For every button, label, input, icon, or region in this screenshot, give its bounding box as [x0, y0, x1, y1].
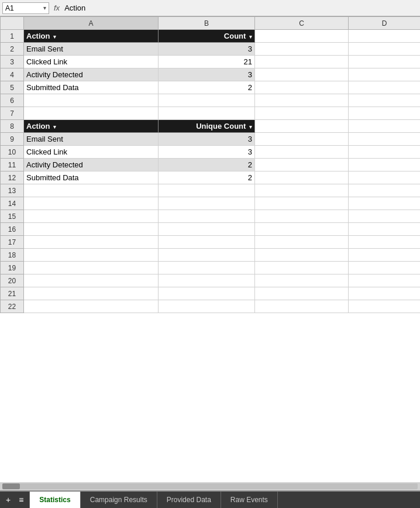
cell-a11[interactable]: Activity Detected — [24, 159, 159, 171]
table-row: 11 Activity Detected 2 — [1, 159, 421, 171]
cell-reference-box[interactable]: A1 ▾ — [2, 2, 49, 14]
table-row: 5 Submitted Data 2 — [1, 81, 421, 94]
cell-c7[interactable] — [255, 107, 349, 120]
table-row: 21 — [1, 287, 421, 300]
formula-value: Action — [64, 4, 418, 12]
table-row: 17 — [1, 236, 421, 249]
tab-statistics[interactable]: Statistics — [30, 492, 80, 508]
formula-fx-icon: fx — [51, 4, 62, 12]
cell-b2[interactable]: 3 — [159, 43, 255, 56]
table-row: 18 — [1, 249, 421, 262]
dropdown-arrow-icon[interactable]: ▾ — [249, 124, 252, 130]
cell-c8[interactable] — [255, 120, 349, 133]
cell-a9[interactable]: Email Sent — [24, 133, 159, 146]
cell-b11[interactable]: 2 — [159, 159, 255, 171]
cell-a3[interactable]: Clicked Link — [24, 56, 159, 68]
add-sheet-button[interactable]: + — [4, 494, 13, 506]
scroll-track[interactable] — [2, 483, 418, 489]
cell-c4[interactable] — [255, 68, 349, 81]
table-row: 1 Action ▾ Count ▾ — [1, 30, 421, 43]
cell-d7[interactable] — [349, 107, 421, 120]
cell-b3[interactable]: 21 — [159, 56, 255, 68]
spreadsheet-area: A B C D 1 Action ▾ Count ▾ — [0, 16, 420, 482]
row-num-8: 8 — [1, 120, 24, 133]
col-header-c[interactable]: C — [255, 17, 349, 30]
table1-count-header: Count ▾ — [159, 30, 255, 43]
table-row: 6 — [1, 94, 421, 107]
cell-d5[interactable] — [349, 81, 421, 94]
cell-d4[interactable] — [349, 68, 421, 81]
cell-a10[interactable]: Clicked Link — [24, 146, 159, 159]
table-row: 22 — [1, 300, 421, 313]
col-header-d[interactable]: D — [349, 17, 421, 30]
cell-b10[interactable]: 3 — [159, 146, 255, 159]
cell-c3[interactable] — [255, 56, 349, 68]
table-row: 7 — [1, 107, 421, 120]
tab-provided-data[interactable]: Provided Data — [157, 492, 221, 508]
row-num-9: 9 — [1, 133, 24, 146]
tab-campaign-results[interactable]: Campaign Results — [81, 492, 157, 508]
row-num-4: 4 — [1, 68, 24, 81]
col-header-a[interactable]: A — [24, 17, 159, 30]
cell-b9[interactable]: 3 — [159, 133, 255, 146]
dropdown-arrow-icon[interactable]: ▾ — [249, 34, 252, 40]
cell-b12[interactable]: 2 — [159, 171, 255, 184]
row-num-2: 2 — [1, 43, 24, 56]
formula-bar: A1 ▾ fx Action — [0, 0, 420, 16]
cell-d11[interactable] — [349, 159, 421, 171]
table2-action-header: Action ▾ — [24, 120, 159, 133]
cell-b5[interactable]: 2 — [159, 81, 255, 94]
table-row: 14 — [1, 197, 421, 210]
cell-d10[interactable] — [349, 146, 421, 159]
cell-d9[interactable] — [349, 133, 421, 146]
row-num-6: 6 — [1, 94, 24, 107]
corner-header — [1, 17, 24, 30]
cell-d3[interactable] — [349, 56, 421, 68]
table-row: 16 — [1, 223, 421, 236]
cell-d8[interactable] — [349, 120, 421, 133]
cell-d6[interactable] — [349, 94, 421, 107]
horizontal-scrollbar[interactable] — [0, 482, 420, 490]
table-row: 20 — [1, 274, 421, 287]
cell-d1[interactable] — [349, 30, 421, 43]
tab-controls: + ≡ — [0, 492, 30, 508]
cell-d2[interactable] — [349, 43, 421, 56]
col-header-b[interactable]: B — [159, 17, 255, 30]
table-row: 15 — [1, 210, 421, 223]
cell-c9[interactable] — [255, 133, 349, 146]
cell-b6[interactable] — [159, 94, 255, 107]
table2-unique-count-header: Unique Count ▾ — [159, 120, 255, 133]
cell-c11[interactable] — [255, 159, 349, 171]
cell-c5[interactable] — [255, 81, 349, 94]
row-num-10: 10 — [1, 146, 24, 159]
cell-a7[interactable] — [24, 107, 159, 120]
tab-bar: + ≡ Statistics Campaign Results Provided… — [0, 490, 420, 508]
cell-a4[interactable]: Activity Detected — [24, 68, 159, 81]
cell-ref-dropdown-icon[interactable]: ▾ — [43, 5, 46, 11]
sheet-menu-button[interactable]: ≡ — [16, 494, 26, 506]
cell-c1[interactable] — [255, 30, 349, 43]
cell-a5[interactable]: Submitted Data — [24, 81, 159, 94]
dropdown-arrow-icon[interactable]: ▾ — [53, 124, 56, 130]
cell-c10[interactable] — [255, 146, 349, 159]
table-row: 13 — [1, 184, 421, 197]
row-num-1: 1 — [1, 30, 24, 43]
row-num-5: 5 — [1, 81, 24, 94]
row-num-12: 12 — [1, 171, 24, 184]
cell-c6[interactable] — [255, 94, 349, 107]
cell-b7[interactable] — [159, 107, 255, 120]
cell-b4[interactable]: 3 — [159, 68, 255, 81]
cell-c12[interactable] — [255, 171, 349, 184]
cell-a2[interactable]: Email Sent — [24, 43, 159, 56]
cell-a12[interactable]: Submitted Data — [24, 171, 159, 184]
dropdown-arrow-icon[interactable]: ▾ — [53, 34, 56, 40]
scroll-thumb[interactable] — [2, 483, 20, 489]
cell-a6[interactable] — [24, 94, 159, 107]
tab-raw-events[interactable]: Raw Events — [221, 492, 278, 508]
table-row: 4 Activity Detected 3 — [1, 68, 421, 81]
table-row: 3 Clicked Link 21 — [1, 56, 421, 68]
cell-c2[interactable] — [255, 43, 349, 56]
table-row: 10 Clicked Link 3 — [1, 146, 421, 159]
table-row: 12 Submitted Data 2 — [1, 171, 421, 184]
cell-d12[interactable] — [349, 171, 421, 184]
